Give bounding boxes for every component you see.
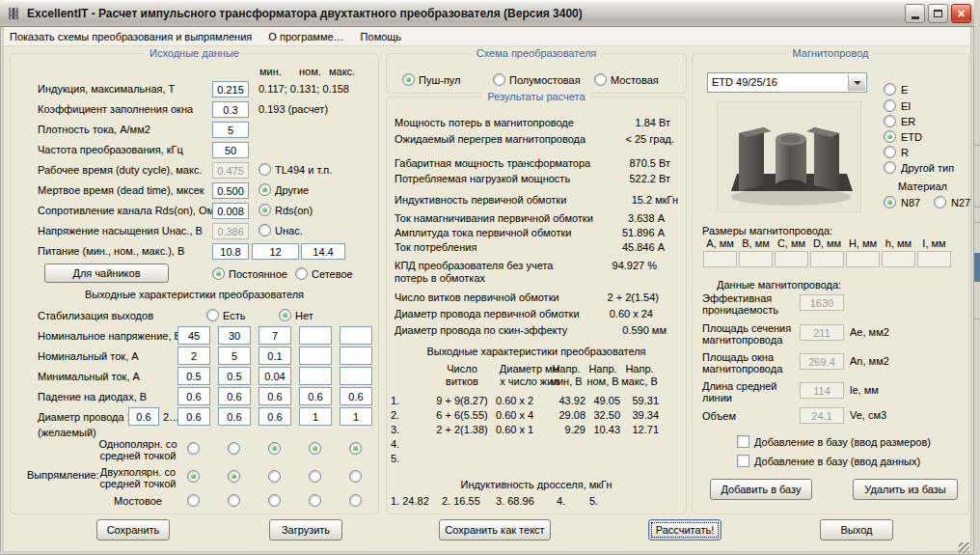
checkbox-add-data[interactable] <box>737 455 749 467</box>
radio-label-core-other: Другой тип <box>901 162 954 175</box>
supply-nom-input[interactable] <box>252 243 299 260</box>
radio-core-ei[interactable] <box>884 99 896 112</box>
radio-rect-bridge-ch4[interactable] <box>309 494 321 507</box>
save-button[interactable]: Сохранить <box>96 519 170 541</box>
dead-time-input[interactable] <box>212 182 249 199</box>
radio-tl494[interactable] <box>259 163 271 176</box>
core-sizes-label: Размеры магнитопровода: <box>702 225 832 237</box>
voltage-ch3-input[interactable] <box>259 326 291 345</box>
radio-material-n87[interactable] <box>884 196 896 208</box>
voltage-ch1-input[interactable] <box>177 326 210 345</box>
current-ch3-input[interactable] <box>259 347 291 365</box>
radio-rect-bridge-ch3[interactable] <box>268 494 281 507</box>
radio-label-unas: Uнас. <box>275 225 303 237</box>
radio-rect-bipolar-ch4[interactable] <box>309 470 321 483</box>
voltage-ch4-input[interactable] <box>299 326 332 345</box>
rds-on-input[interactable] <box>212 203 249 219</box>
group-title-scheme: Схема преобразователя <box>472 47 602 59</box>
delete-from-database-button[interactable]: Удалить из базы <box>853 479 958 500</box>
wire-diameter-ch4-input[interactable] <box>299 407 332 426</box>
radio-bridge[interactable] <box>594 73 607 86</box>
wire-diameter-first-input[interactable] <box>128 407 159 426</box>
radio-core-r[interactable] <box>884 146 896 158</box>
voltage-ch5-input[interactable] <box>340 326 372 345</box>
calculate-button[interactable]: Рассчитать! <box>648 519 721 541</box>
wire-diameter-ch2-input[interactable] <box>218 407 251 426</box>
menu-item-show-schemes[interactable]: Показать схемы преобразования и выпрямле… <box>8 29 254 44</box>
add-to-database-button[interactable]: Добавить в базу <box>710 479 812 500</box>
radio-others[interactable] <box>259 183 271 196</box>
radio-rect-unipolar-ch2[interactable] <box>228 442 240 455</box>
radio-rds-on[interactable] <box>259 204 271 216</box>
close-button[interactable]: × <box>951 4 971 23</box>
save-as-text-button[interactable]: Сохранить как текст <box>439 519 551 541</box>
voltage-ch2-input[interactable] <box>218 326 251 345</box>
min-current-ch4-input[interactable] <box>299 367 332 385</box>
diode-drop-ch2-input[interactable] <box>218 387 251 405</box>
min-current-ch1-input[interactable] <box>177 367 210 385</box>
wire-diameter-ch5-input[interactable] <box>340 407 372 426</box>
current-density-input[interactable] <box>212 122 249 138</box>
checkbox-add-sizes[interactable] <box>737 435 749 448</box>
radio-rect-bipolar-ch2[interactable] <box>228 470 240 483</box>
supply-max-input[interactable] <box>301 243 345 260</box>
maximize-button[interactable] <box>928 4 948 23</box>
wire-diameter-ch3-input[interactable] <box>259 407 291 426</box>
titlebar[interactable]: ExcellentIT - Расчет импульсного трансфо… <box>0 0 980 27</box>
radio-dc-supply[interactable] <box>212 267 225 280</box>
radio-push-pull[interactable] <box>402 73 415 86</box>
menu-item-about[interactable]: О программе… <box>266 29 345 44</box>
min-current-ch5-input[interactable] <box>340 367 372 385</box>
radio-rect-unipolar-ch5[interactable] <box>349 442 362 455</box>
core-type-combobox[interactable]: ETD 49/25/16 <box>707 72 867 93</box>
radio-material-n27[interactable] <box>934 196 946 208</box>
radio-rect-unipolar-ch4[interactable] <box>309 442 321 455</box>
table-cell-vnom: 32.50 <box>585 409 620 422</box>
radio-stab-yes[interactable] <box>206 309 219 321</box>
radio-rect-bridge-ch2[interactable] <box>228 494 240 507</box>
diode-drop-ch5-input[interactable] <box>340 387 372 405</box>
background-window-fragment <box>974 0 980 555</box>
beginners-button[interactable]: Для чайников <box>44 264 169 283</box>
exit-button[interactable]: Выход <box>820 519 893 541</box>
radio-stab-no[interactable] <box>279 309 291 321</box>
diode-drop-ch4-input[interactable] <box>299 387 332 405</box>
supply-min-input[interactable] <box>212 243 249 260</box>
radio-rect-bridge-ch1[interactable] <box>187 494 200 507</box>
min-current-ch2-input[interactable] <box>218 367 251 385</box>
radio-label-push-pull: Пуш-пул <box>419 74 461 87</box>
radio-label-others: Другие <box>275 184 309 197</box>
radio-rect-bridge-ch5[interactable] <box>349 494 362 507</box>
radio-core-e[interactable] <box>884 83 896 96</box>
radio-unas[interactable] <box>259 224 271 236</box>
current-ch5-input[interactable] <box>340 347 372 365</box>
current-ch1-input[interactable] <box>177 347 210 365</box>
radio-mains-supply[interactable] <box>295 267 308 280</box>
radio-rect-bipolar-ch3[interactable] <box>268 470 281 483</box>
radio-core-er[interactable] <box>884 115 896 127</box>
load-button[interactable]: Загрузить <box>269 519 342 541</box>
minimize-button[interactable] <box>905 4 925 23</box>
induction-input[interactable] <box>212 81 249 97</box>
wire-diameter-ch1-input[interactable] <box>177 407 210 426</box>
frequency-input[interactable] <box>212 142 249 158</box>
radio-rect-bipolar-ch5[interactable] <box>349 470 362 483</box>
radio-half-bridge[interactable] <box>493 73 505 86</box>
radio-rect-unipolar-ch3[interactable] <box>268 442 281 455</box>
current-ch4-input[interactable] <box>299 347 332 365</box>
diode-drop-ch3-input[interactable] <box>259 387 291 405</box>
chevron-down-icon[interactable] <box>848 74 865 91</box>
current-ch2-input[interactable] <box>218 347 251 365</box>
radio-rect-bipolar-ch1[interactable] <box>187 470 200 483</box>
radio-core-other[interactable] <box>884 161 896 174</box>
menu-item-help[interactable]: Помощь <box>359 29 404 44</box>
resize-grip[interactable] <box>959 542 969 553</box>
min-current-ch3-input[interactable] <box>259 367 291 385</box>
radio-core-etd[interactable] <box>884 130 896 143</box>
fill-factor-input[interactable] <box>212 101 249 118</box>
row-label: Диаметр провода 1 <box>38 411 133 424</box>
diode-drop-ch1-input[interactable] <box>177 387 210 405</box>
transformer-coil-icon <box>6 6 21 21</box>
row-label: Минимальный ток, А <box>38 371 140 383</box>
radio-rect-unipolar-ch1[interactable] <box>187 442 200 455</box>
